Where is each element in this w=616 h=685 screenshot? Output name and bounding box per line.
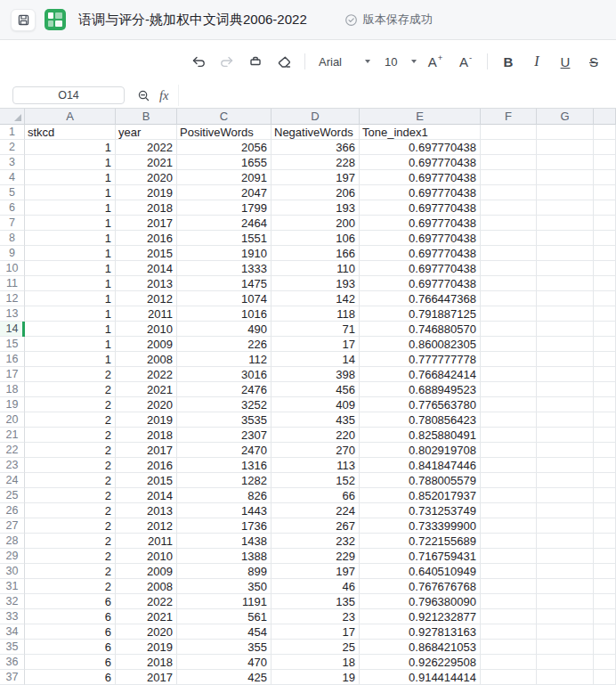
row-header-16[interactable]: 16 — [0, 352, 25, 367]
cell-F6[interactable] — [481, 200, 537, 216]
cell-H15[interactable] — [594, 337, 616, 352]
cell-C36[interactable]: 470 — [177, 655, 272, 670]
cell-H1[interactable] — [594, 125, 616, 140]
cell-D37[interactable]: 19 — [272, 670, 360, 685]
cell-D5[interactable]: 206 — [272, 185, 360, 200]
cell-C11[interactable]: 1475 — [177, 276, 272, 291]
cell-A21[interactable]: 2 — [25, 428, 116, 443]
cell-A33[interactable]: 6 — [25, 609, 116, 624]
cell-F3[interactable] — [481, 155, 537, 170]
cell-B15[interactable]: 2009 — [116, 337, 177, 352]
cell-D7[interactable]: 200 — [272, 216, 360, 231]
cell-G15[interactable] — [537, 337, 594, 352]
cell-D34[interactable]: 17 — [272, 624, 360, 640]
cell-G3[interactable] — [537, 155, 594, 170]
formula-input[interactable] — [178, 85, 616, 106]
row-header-28[interactable]: 28 — [0, 534, 25, 549]
cell-C10[interactable]: 1333 — [177, 261, 272, 276]
col-header-G[interactable]: G — [537, 109, 594, 125]
strikethrough-button[interactable]: S — [580, 49, 607, 74]
zoom-button[interactable] — [136, 88, 151, 103]
cell-D29[interactable]: 229 — [272, 549, 360, 564]
cell-E25[interactable]: 0.852017937 — [360, 488, 481, 503]
cell-C5[interactable]: 2047 — [177, 185, 272, 200]
row-header-19[interactable]: 19 — [0, 397, 25, 412]
cell-B6[interactable]: 2018 — [116, 200, 177, 216]
cell-A14[interactable]: 1 — [25, 322, 116, 337]
cell-E20[interactable]: 0.780856423 — [360, 412, 481, 428]
row-header-5[interactable]: 5 — [0, 185, 25, 200]
col-header-A[interactable]: A — [25, 109, 116, 125]
cell-A2[interactable]: 1 — [25, 140, 116, 155]
cell-E31[interactable]: 0.767676768 — [360, 579, 481, 594]
cell-F9[interactable] — [481, 246, 537, 261]
cell-H34[interactable] — [594, 624, 616, 640]
cell-A26[interactable]: 2 — [25, 503, 116, 518]
cell-E3[interactable]: 0.697770438 — [360, 155, 481, 170]
cell-F8[interactable] — [481, 231, 537, 246]
cell-C31[interactable]: 350 — [177, 579, 272, 594]
cell-H37[interactable] — [594, 670, 616, 685]
cell-D21[interactable]: 220 — [272, 428, 360, 443]
cell-A37[interactable]: 6 — [25, 670, 116, 685]
cell-G36[interactable] — [537, 655, 594, 670]
cell-H4[interactable] — [594, 170, 616, 185]
cell-B36[interactable]: 2018 — [116, 655, 177, 670]
underline-button[interactable]: U — [552, 49, 579, 74]
cell-A15[interactable]: 1 — [25, 337, 116, 352]
cell-E1[interactable]: Tone_index1 — [360, 125, 481, 140]
cell-H23[interactable] — [594, 458, 616, 473]
cell-H11[interactable] — [594, 276, 616, 291]
cell-B14[interactable]: 2010 — [116, 322, 177, 337]
row-header-25[interactable]: 25 — [0, 488, 25, 503]
row-header-9[interactable]: 9 — [0, 246, 25, 261]
cell-D33[interactable]: 23 — [272, 609, 360, 624]
row-header-15[interactable]: 15 — [0, 337, 25, 352]
cell-D4[interactable]: 197 — [272, 170, 360, 185]
cell-B27[interactable]: 2012 — [116, 518, 177, 534]
cell-H8[interactable] — [594, 231, 616, 246]
cell-B28[interactable]: 2011 — [116, 534, 177, 549]
cell-C33[interactable]: 561 — [177, 609, 272, 624]
cell-E37[interactable]: 0.914414414 — [360, 670, 481, 685]
cell-G22[interactable] — [537, 443, 594, 458]
cell-H28[interactable] — [594, 534, 616, 549]
row-header-30[interactable]: 30 — [0, 564, 25, 579]
cell-D35[interactable]: 25 — [272, 640, 360, 655]
cell-E22[interactable]: 0.802919708 — [360, 443, 481, 458]
row-header-21[interactable]: 21 — [0, 428, 25, 443]
cell-G37[interactable] — [537, 670, 594, 685]
cell-E28[interactable]: 0.722155689 — [360, 534, 481, 549]
cell-C7[interactable]: 2464 — [177, 216, 272, 231]
cell-H30[interactable] — [594, 564, 616, 579]
cell-E17[interactable]: 0.766842414 — [360, 367, 481, 382]
cell-B7[interactable]: 2017 — [116, 216, 177, 231]
cell-D13[interactable]: 118 — [272, 306, 360, 322]
row-header-34[interactable]: 34 — [0, 624, 25, 640]
cell-C24[interactable]: 1282 — [177, 473, 272, 488]
cell-A28[interactable]: 2 — [25, 534, 116, 549]
cell-G2[interactable] — [537, 140, 594, 155]
cell-B21[interactable]: 2018 — [116, 428, 177, 443]
cell-F36[interactable] — [481, 655, 537, 670]
cell-D12[interactable]: 142 — [272, 291, 360, 306]
cell-C26[interactable]: 1443 — [177, 503, 272, 518]
cell-F31[interactable] — [481, 579, 537, 594]
cell-E23[interactable]: 0.841847446 — [360, 458, 481, 473]
cell-F21[interactable] — [481, 428, 537, 443]
cell-D1[interactable]: NegativeWords — [272, 125, 360, 140]
cell-F37[interactable] — [481, 670, 537, 685]
row-header-8[interactable]: 8 — [0, 231, 25, 246]
cell-A8[interactable]: 1 — [25, 231, 116, 246]
cell-A6[interactable]: 1 — [25, 200, 116, 216]
cell-H3[interactable] — [594, 155, 616, 170]
cell-C1[interactable]: PositiveWords — [177, 125, 272, 140]
cell-D14[interactable]: 71 — [272, 322, 360, 337]
cell-F10[interactable] — [481, 261, 537, 276]
cell-H6[interactable] — [594, 200, 616, 216]
cell-B25[interactable]: 2014 — [116, 488, 177, 503]
cell-A18[interactable]: 2 — [25, 382, 116, 397]
cell-F12[interactable] — [481, 291, 537, 306]
cell-E18[interactable]: 0.688949523 — [360, 382, 481, 397]
cell-F30[interactable] — [481, 564, 537, 579]
